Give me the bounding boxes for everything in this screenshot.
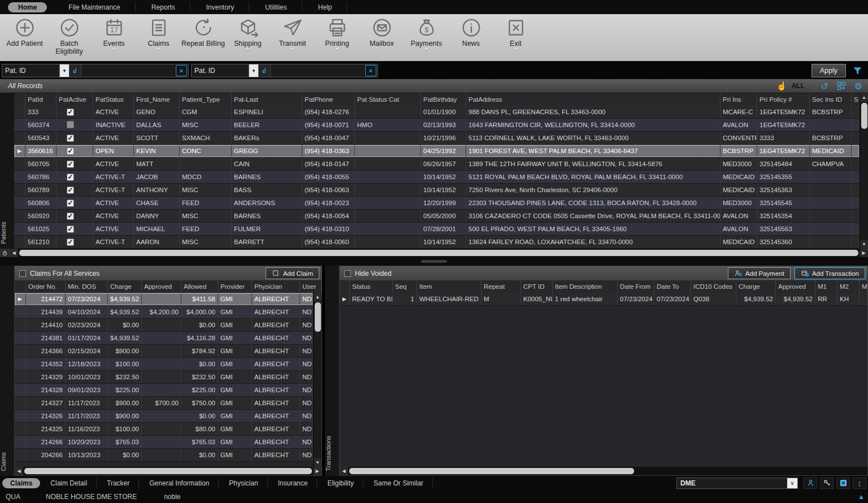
lock-icon[interactable] — [0, 249, 10, 257]
hand-icon[interactable]: ☝ — [776, 81, 787, 91]
checkbox-checked-icon[interactable]: ✓ — [67, 226, 74, 233]
checkbox-checked-icon[interactable]: ✓ — [67, 187, 74, 194]
patients-col-s[interactable]: S — [852, 93, 860, 106]
scroll-left-icon[interactable]: ◀ — [15, 467, 23, 475]
patients-row[interactable]: 560374INACTIVEDALLASMISCBEELER(954) 418-… — [14, 119, 860, 132]
tab-tracker[interactable]: Tracker — [98, 478, 139, 488]
claims-row[interactable]: 21435212/18/2023$100.00$0.00GMIALBRECHTN… — [15, 358, 313, 371]
toolbar-button-add-patient[interactable]: Add Patient — [2, 16, 47, 52]
pull-value-icon[interactable] — [258, 64, 271, 77]
chevron-down-icon[interactable]: ▾ — [425, 47, 427, 52]
add-transaction-button[interactable]: Add Transaction — [795, 267, 865, 279]
layout-grid-icon[interactable] — [835, 80, 848, 92]
chevron-down-icon[interactable]: ▾ — [291, 47, 293, 52]
chevron-down-icon[interactable]: ▾ — [59, 64, 69, 77]
claims-vertical-scrollbar[interactable]: ▲▼ — [313, 293, 322, 467]
claims-col-order-no[interactable]: Order No. — [26, 280, 66, 293]
claims-row[interactable]: 21426610/20/2023$765.03$765.03GMIALBRECH… — [15, 436, 313, 449]
maximize-icon[interactable] — [836, 478, 850, 489]
toolbar-button-claims[interactable]: Claims▾ — [136, 16, 181, 52]
patients-row[interactable]: 560920✓ACTIVEDANNYMISCBARNES(954) 418-00… — [14, 210, 860, 223]
menu-item-inventory[interactable]: Inventory — [192, 2, 249, 12]
claims-col-user[interactable]: User — [300, 280, 322, 293]
refresh-icon[interactable]: ↺ — [818, 80, 831, 92]
chevron-down-icon[interactable]: ∨ — [787, 478, 797, 488]
claims-horizontal-scrollbar[interactable]: ◀ ▶ — [15, 467, 322, 475]
transactions-col-m2[interactable]: M2 — [837, 280, 860, 293]
tab-insurance[interactable]: Insurance — [269, 478, 318, 488]
scroll-up-icon[interactable]: ▲ — [314, 293, 322, 301]
patients-vscroll-thumb[interactable] — [861, 103, 867, 129]
transactions-col-charge[interactable]: Charge — [736, 280, 776, 293]
patients-col-patphone[interactable]: PatPhone — [302, 93, 355, 106]
claims-hscroll-thumb[interactable] — [24, 468, 312, 474]
claims-col-physician[interactable]: Physician — [252, 280, 300, 293]
hide-voided-checkbox[interactable] — [344, 270, 351, 277]
claims-side-tab[interactable]: Claims — [0, 266, 14, 476]
claims-col-provider[interactable]: Provider — [218, 280, 252, 293]
patients-col-sec-ins-id[interactable]: Sec Ins ID — [810, 93, 852, 106]
filter-field-select-2[interactable]: Pat. ID▾ — [192, 64, 258, 77]
scroll-top-icon[interactable]: ▲ — [858, 493, 865, 501]
toolbar-button-payments[interactable]: $Payments▾ — [404, 16, 449, 52]
checkbox-checked-icon[interactable]: ✓ — [67, 239, 74, 246]
tab-claims[interactable]: Claims — [2, 478, 40, 488]
transactions-col-approved[interactable]: Approved — [776, 280, 815, 293]
scroll-up-icon[interactable]: ▲ — [860, 93, 868, 102]
claims-col-approved[interactable]: Approved — [142, 280, 181, 293]
menu-item-utilities[interactable]: Utilities — [250, 2, 302, 12]
patients-row[interactable]: 561210✓ACTIVE-TAARONMISCBARRETT(954) 418… — [14, 236, 860, 249]
patients-col-pat-status-cat[interactable]: Pat Status Cat — [355, 93, 421, 106]
claims-row[interactable]: 21432611/17/2023$900.00$0.00GMIALBRECHTN… — [15, 410, 313, 423]
pull-value-icon[interactable] — [69, 64, 81, 77]
scroll-left-icon[interactable]: ◀ — [10, 249, 18, 257]
resize-vertical-icon[interactable]: ↕ — [853, 478, 866, 489]
chevron-down-icon[interactable]: ▾ — [336, 47, 338, 52]
transactions-col-seq[interactable]: Seq — [393, 280, 417, 293]
tab-eligibility[interactable]: Eligibility — [318, 478, 363, 488]
claims-row[interactable]: 21432809/01/2023$225.00$225.00GMIALBRECH… — [15, 384, 313, 397]
transactions-col-icd10-codes[interactable]: ICD10 Codes — [691, 280, 736, 293]
patients-row[interactable]: 560789✓ACTIVE-TANTHONYMISCBASS(954) 418-… — [14, 184, 860, 197]
menu-item-file-maintenance[interactable]: File Maintenance — [54, 2, 135, 12]
tab-same-or-similar[interactable]: Same Or Similar — [364, 478, 433, 488]
transactions-col-status[interactable]: Status — [350, 280, 393, 293]
chevron-down-icon[interactable]: ▾ — [157, 47, 159, 52]
patients-side-tab[interactable]: Patients — [0, 93, 14, 249]
claims-row[interactable]: 20426610/13/2023$0.00$0.00GMIALBRECHTND — [15, 449, 313, 462]
claims-row[interactable]: 21432910/01/2023$232.50$232.50GMIALBRECH… — [15, 371, 313, 384]
filter-funnel-icon[interactable] — [850, 64, 864, 77]
menu-item-reports[interactable]: Reports — [137, 2, 190, 12]
scroll-left-icon[interactable]: ◀ — [340, 467, 348, 475]
apply-button[interactable]: Apply — [811, 64, 846, 77]
transactions-col-repeat[interactable]: Repeat — [481, 280, 521, 293]
gear-icon[interactable]: ⚙ — [852, 80, 865, 92]
checkbox-checked-icon[interactable]: ✓ — [67, 109, 74, 116]
claims-row[interactable]: ▶21447207/23/2024$4,939.52$411.58GMIALBR… — [15, 293, 313, 306]
tab-general-information[interactable]: General Information — [140, 478, 219, 488]
all-records-toggle[interactable]: ALL — [792, 82, 805, 90]
toolbar-button-repeat-billing[interactable]: Repeat Billing — [181, 16, 225, 52]
transactions-col-date-from[interactable]: Date From — [618, 280, 654, 293]
add-claim-button[interactable]: Add Claim — [266, 267, 319, 279]
claims-for-all-services-checkbox[interactable] — [19, 270, 26, 277]
scroll-down-icon[interactable]: ▼ — [860, 240, 868, 249]
chevron-down-icon[interactable]: ▾ — [246, 47, 249, 52]
tab-physician[interactable]: Physician — [220, 478, 267, 488]
scroll-right-icon[interactable]: ▶ — [860, 249, 868, 257]
chevron-down-icon[interactable]: ▾ — [112, 47, 115, 52]
transactions-row[interactable]: ▶READY TO BILL1WHEELCHAIR-REDMK0005_NU1 … — [340, 293, 867, 306]
filter-value-input-1[interactable] — [81, 64, 175, 77]
toolbar-button-shipping[interactable]: Shipping▾ — [225, 16, 270, 52]
horizontal-splitter[interactable] — [0, 257, 868, 266]
patients-hscroll-thumb[interactable] — [19, 250, 858, 256]
claims-row[interactable]: 21432711/17/2023$900.00$700.00$750.00GMI… — [15, 397, 313, 410]
claims-vscroll-thumb[interactable] — [315, 302, 321, 332]
patients-row[interactable]: ▶3560616✓OPENKEVINCONCGREGG(954) 418-036… — [14, 145, 860, 158]
scroll-down-icon[interactable]: ▼ — [314, 458, 322, 467]
transactions-col-m[interactable]: M — [860, 280, 867, 293]
clear-filter-icon[interactable]: × — [176, 65, 187, 76]
location-select[interactable]: DME ∨ — [676, 478, 798, 489]
claims-row[interactable]: 21441002/23/2024$0.00$0.00GMIALBRECHTND — [15, 319, 313, 332]
toolbar-button-transmit[interactable]: Transmit▾ — [270, 16, 315, 52]
